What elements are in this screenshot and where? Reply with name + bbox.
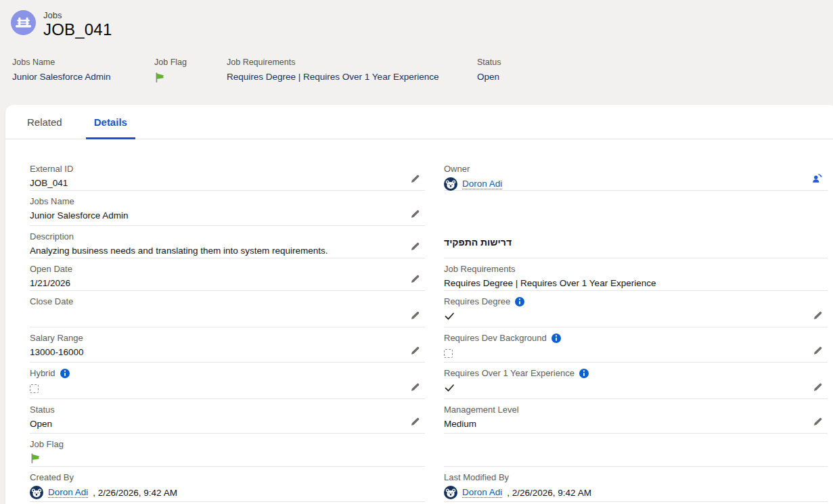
change-owner-icon[interactable] bbox=[811, 172, 824, 185]
highlight-job-flag: Job Flag bbox=[154, 58, 227, 85]
created-by-user-link[interactable]: Doron Adi bbox=[48, 487, 88, 498]
jobs-object-icon bbox=[11, 10, 36, 35]
edit-icon[interactable] bbox=[409, 310, 421, 322]
record-title: JOB_041 bbox=[43, 20, 112, 39]
field-jobs-name: Jobs Name Junior Salesforce Admin bbox=[30, 191, 425, 226]
right-column: Owner Doron Adi bbox=[444, 158, 828, 502]
edit-icon[interactable] bbox=[811, 310, 824, 322]
tab-bar: Related Details bbox=[5, 105, 833, 139]
record-detail-card: Related Details External ID JOB_041 Jobs… bbox=[5, 105, 833, 504]
green-flag-icon bbox=[30, 453, 41, 466]
field-job-requirements: Job Requirements Requires Degree | Requi… bbox=[444, 258, 828, 291]
field-external-id: External ID JOB_041 bbox=[30, 158, 425, 191]
edit-icon[interactable] bbox=[409, 173, 421, 185]
field-salary-range: Salary Range 13000-16000 bbox=[30, 327, 425, 363]
highlight-job-requirements: Job Requirements Requires Degree | Requi… bbox=[227, 58, 477, 85]
tab-details[interactable]: Details bbox=[86, 105, 135, 139]
edit-icon[interactable] bbox=[409, 416, 421, 428]
edit-icon[interactable] bbox=[409, 382, 421, 394]
checkbox-unchecked-icon bbox=[444, 349, 453, 358]
info-icon[interactable] bbox=[515, 297, 524, 306]
created-datetime: , 2/26/2026, 9:42 AM bbox=[93, 488, 177, 498]
edit-icon[interactable] bbox=[409, 345, 421, 357]
last-modified-datetime: , 2/26/2026, 9:42 AM bbox=[507, 488, 591, 498]
field-job-flag: Job Flag bbox=[30, 434, 425, 467]
record-header: Jobs JOB_041 bbox=[0, 0, 833, 39]
highlight-jobs-name: Jobs Name Junior Salesforce Admin bbox=[12, 58, 154, 85]
edit-icon[interactable] bbox=[409, 273, 421, 285]
entity-label: Jobs bbox=[43, 10, 112, 20]
owner-user-link[interactable]: Doron Adi bbox=[462, 179, 502, 189]
field-requires-degree: Requires Degree bbox=[444, 291, 828, 327]
field-hybrid: Hybrid bbox=[30, 363, 425, 399]
info-icon[interactable] bbox=[60, 369, 70, 378]
highlights-panel: Jobs Name Junior Salesforce Admin Job Fl… bbox=[0, 39, 833, 85]
section-header-job-requirements: דרישות התפקיד bbox=[444, 226, 828, 258]
field-requires-dev-background: Requires Dev Background bbox=[444, 327, 828, 363]
detail-fields: External ID JOB_041 Jobs Name Junior Sal… bbox=[5, 139, 833, 502]
field-open-date: Open Date 1/21/2026 bbox=[30, 258, 425, 291]
checkbox-unchecked-icon bbox=[30, 384, 39, 393]
tab-related[interactable]: Related bbox=[19, 105, 70, 139]
green-flag-icon bbox=[154, 75, 166, 85]
edit-icon[interactable] bbox=[811, 345, 824, 357]
field-description: Description Analyzing business needs and… bbox=[30, 226, 425, 258]
field-requires-over-1-year: Requires Over 1 Year Experience bbox=[444, 363, 828, 399]
user-avatar bbox=[444, 177, 457, 191]
edit-icon[interactable] bbox=[811, 382, 824, 394]
field-last-modified-by: Last Modified By Doron Adi , 2/26/2026, … bbox=[444, 467, 828, 502]
checkbox-checked-icon bbox=[444, 311, 455, 321]
left-column: External ID JOB_041 Jobs Name Junior Sal… bbox=[30, 158, 425, 502]
edit-icon[interactable] bbox=[409, 208, 421, 221]
edit-icon[interactable] bbox=[409, 241, 421, 253]
empty-slot bbox=[444, 434, 828, 467]
info-icon[interactable] bbox=[551, 334, 561, 343]
empty-slot bbox=[444, 191, 828, 226]
edit-icon[interactable] bbox=[811, 416, 824, 428]
info-icon[interactable] bbox=[579, 369, 589, 378]
field-close-date: Close Date bbox=[30, 291, 425, 327]
field-owner: Owner Doron Adi bbox=[444, 158, 828, 191]
user-avatar bbox=[30, 486, 43, 499]
checkbox-checked-icon bbox=[444, 382, 455, 393]
user-avatar bbox=[444, 486, 457, 499]
highlight-status: Status Open bbox=[477, 58, 501, 85]
field-created-by: Created By Doron Adi , 2/26/2026, 9:42 A… bbox=[30, 467, 425, 502]
field-status: Status Open bbox=[30, 399, 425, 434]
field-management-level: Management Level Medium bbox=[444, 399, 828, 434]
last-modified-user-link[interactable]: Doron Adi bbox=[462, 487, 502, 498]
